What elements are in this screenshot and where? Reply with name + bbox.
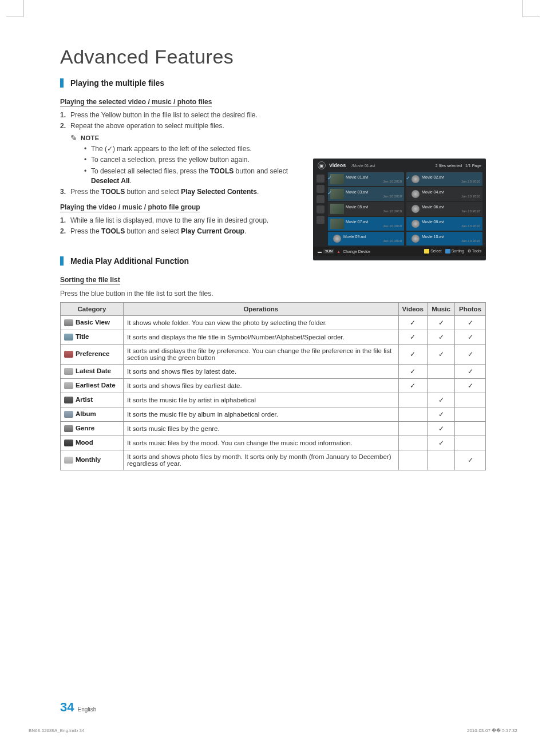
file-text: Movie 10.aviJan.10.2010 [422,235,480,243]
device-label: SUM [323,249,334,254]
page-language: English [77,706,96,713]
cell-category: Artist [61,393,124,407]
device-icon: ▬ [318,250,322,254]
files-selected: 2 files selected [436,164,462,168]
cell-music [428,378,455,393]
page-content: Advanced Features Playing the multiple f… [60,46,486,470]
file-text: Movie 08.aviJan.10.2010 [422,220,480,228]
cell-videos [398,421,428,436]
t: . [244,227,246,235]
th-category: Category [61,302,124,315]
file-item[interactable]: Movie 04.aviJan.10.2010 [406,187,482,201]
film-icon [412,205,420,213]
screenshot-sidebar [316,172,326,246]
file-date: Jan.10.2010 [422,209,480,213]
step-3: 3. Press the TOOLS button and select Pla… [60,187,300,197]
table-row: GenreIt sorts music files by the genre.✓ [61,421,486,436]
a-button-icon: ▲ [337,250,341,254]
cell-videos [398,436,428,450]
t: button and select [125,227,181,235]
cell-category: Basic View [61,315,124,330]
t: button and select [125,188,181,196]
file-item[interactable]: Movie 06.aviJan.10.2010 [406,202,482,216]
t: . [130,177,132,185]
cell-videos [398,393,428,407]
check-icon: ✓ [327,190,332,196]
file-item[interactable]: ✓Movie 01.aviJan.10.2010 [328,172,404,186]
screenshot-header: ▣ Videos /Movie 01.avi 2 files selected … [313,159,486,171]
path-label: /Movie 01.avi [351,164,375,168]
note-label: NOTE [81,134,100,141]
th-operations: Operations [124,302,399,315]
footer-right: Select Sorting ⚙ Tools [424,249,481,254]
t: TOOLS [101,227,125,235]
group-step-1: 1. While a file list is displayed, move … [60,216,300,225]
note-row: ✎ NOTE [70,133,300,143]
cell-photos: ✓ [455,330,486,344]
cell-category: Earliest Date [61,378,124,393]
category-icon [64,397,73,403]
cell-operation: It sorts and shows photo files by month.… [124,450,399,470]
file-text: Movie 09.aviJan.10.2010 [343,235,402,243]
step-text: Repeat the above operation to select mul… [70,121,224,131]
side-icon [316,195,325,203]
category-icon [64,382,73,389]
file-name: Movie 09.avi [343,235,402,239]
cell-operation: It sorts and shows files by latest date. [124,364,399,378]
th-photos: Photos [455,302,486,315]
file-item[interactable]: ✓Movie 02.aviJan.10.2010 [406,172,482,186]
category-icon [64,411,73,418]
check-icon: ✓ [327,175,332,181]
table-row: Basic ViewIt shows whole folder. You can… [61,315,486,330]
file-name: Movie 01.avi [346,175,402,179]
step-text: Press the TOOLS button and select Play C… [70,227,246,236]
th-videos: Videos [398,302,428,315]
cell-music: ✓ [428,330,455,344]
th-music: Music [428,302,455,315]
thumbnail [330,174,344,184]
file-date: Jan.10.2010 [422,224,480,228]
cell-music: ✓ [428,344,455,364]
thumbnail [330,204,344,214]
file-item[interactable]: Movie 08.aviJan.10.2010 [406,217,482,231]
cell-music [428,364,455,378]
page-title: Advanced Features [60,46,486,68]
category-icon [64,334,73,341]
file-item[interactable]: Movie 09.aviJan.10.2010 [328,232,404,246]
table-row: TitleIt sorts and displays the file titl… [61,330,486,344]
cell-videos [398,407,428,421]
file-text: Movie 03.aviJan.10.2010 [346,190,402,198]
videos-icon: ▣ [318,161,326,169]
bullet-icon: • [84,155,91,165]
file-item[interactable]: Movie 07.aviJan.10.2010 [328,217,404,231]
cell-photos: ✓ [455,450,486,470]
cell-category: Title [61,330,124,344]
note-bullets: •The (✓) mark appears to the left of the… [84,144,300,187]
cell-operation: It shows whole folder. You can view the … [124,315,399,330]
cell-videos: ✓ [398,378,428,393]
t: TOOLS [101,188,125,196]
step-1: 1. Press the Yellow button in the file l… [60,110,300,120]
cell-operation: It sorts and displays the file by prefer… [124,344,399,364]
file-item[interactable]: Movie 10.aviJan.10.2010 [406,232,482,246]
file-date: Jan.10.2010 [343,239,402,243]
cell-videos: ✓ [398,364,428,378]
group-step-2: 2. Press the TOOLS button and select Pla… [60,227,300,236]
table-row: AlbumIt sorts the music file by album in… [61,407,486,421]
note-text: To cancel a selection, press the yellow … [91,155,250,165]
section-heading: Media Play Additional Function [70,256,189,266]
file-date: Jan.10.2010 [422,195,480,198]
file-item[interactable]: ✓Movie 03.aviJan.10.2010 [328,187,404,201]
t: To deselect all selected files, press th… [91,167,210,175]
step-2: 2. Repeat the above operation to select … [60,121,300,131]
step-number: 1. [60,110,70,120]
file-item[interactable]: Movie 05.aviJan.10.2010 [328,202,404,216]
file-name: Movie 05.avi [346,205,402,209]
category-icon [64,457,73,464]
table-header-row: Category Operations Videos Music Photos [61,302,486,315]
step-number: 3. [60,187,70,197]
table-row: ArtistIt sorts the music file by artist … [61,393,486,407]
d-button-icon [445,249,450,254]
cell-photos [455,421,486,436]
cell-music: ✓ [428,407,455,421]
